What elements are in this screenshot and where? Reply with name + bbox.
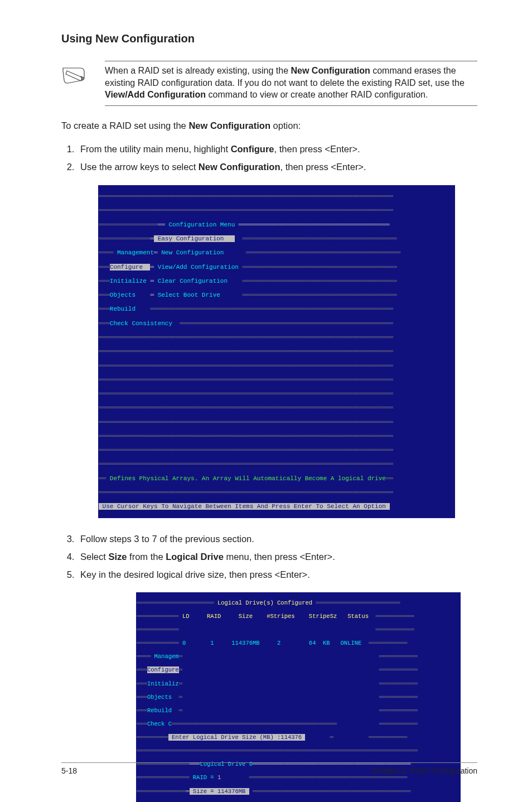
- step-1-b: Configure: [231, 144, 274, 154]
- hdr-size: Size: [239, 613, 253, 620]
- note-text-1: When a RAID set is already existing, usi…: [105, 66, 291, 75]
- step-2-a: Use the arrow keys to select: [80, 162, 199, 172]
- step-4-d: Logical Drive: [166, 552, 224, 562]
- side-objects[interactable]: Objects: [147, 694, 179, 700]
- intro-text: To create a RAID set using the New Confi…: [61, 119, 477, 133]
- note-text: When a RAID set is already existing, usi…: [105, 61, 477, 106]
- section-heading: Using New Configuration: [61, 32, 477, 45]
- note-text-3: command to view or create another RAID c…: [206, 90, 428, 99]
- step-1-c: , then press <Enter>.: [274, 144, 360, 154]
- bios-screenshot-1: ════════════════════════════════════════…: [98, 185, 455, 518]
- step-2: Use the arrow keys to select New Configu…: [77, 160, 477, 174]
- step-1: From the utility main menu, highlight Co…: [77, 142, 477, 156]
- status-defines: Defines Physical Arrays. An Array Will A…: [106, 475, 386, 482]
- intro-b: New Configuration: [188, 120, 270, 131]
- row-ld: 0: [179, 640, 186, 646]
- side-managem: Managem: [151, 653, 178, 660]
- note-bold-viewadd: View/Add Configuration: [105, 90, 206, 99]
- step-4-e: menu, then press <Enter>.: [224, 552, 335, 562]
- step-4: Select Size from the Logical Drive menu,…: [77, 549, 477, 564]
- footer-chapter: Chapter 5: RAID Configuration: [371, 766, 477, 775]
- enter-ld-size[interactable]: Enter Logical Drive Size (MB) :114376: [168, 734, 306, 741]
- step-5: Key in the desired logical drive size, t…: [77, 567, 477, 582]
- opt-raid[interactable]: RAID =: [190, 774, 217, 781]
- row-stripes: 2: [277, 640, 280, 646]
- menu-new-config[interactable]: New Configuration: [158, 249, 224, 256]
- hdr-ld: LD: [179, 613, 190, 620]
- footer-page-number: 5-18: [61, 766, 77, 775]
- step-1-a: From the utility main menu, highlight: [80, 144, 231, 154]
- menu-check-consistency[interactable]: Check Consistency: [110, 320, 172, 327]
- step-2-b: New Configuration: [199, 162, 280, 172]
- side-rebuild[interactable]: Rebuild: [147, 707, 179, 714]
- menu-rebuild[interactable]: Rebuild: [110, 306, 136, 312]
- step-2-c: , then press <Enter>.: [280, 162, 366, 172]
- steps-list-2: Follow steps 3 to 7 of the previous sect…: [64, 532, 477, 582]
- steps-list-1: From the utility main menu, highlight Co…: [64, 142, 477, 175]
- side-check-c[interactable]: Check C: [147, 721, 172, 727]
- step-4-a: Select: [80, 552, 108, 562]
- hdr-raid: RAID: [207, 613, 221, 620]
- menu-configure[interactable]: Configure: [110, 264, 151, 270]
- row-raid: 1: [210, 640, 214, 646]
- row-stripesz: 64 KB: [309, 640, 330, 646]
- cfg-menu-title: Configuration Menu: [165, 221, 239, 228]
- step-3: Follow steps 3 to 7 of the previous sect…: [77, 532, 477, 546]
- step-4-c: from the: [127, 552, 166, 562]
- side-configure[interactable]: Configure: [147, 666, 179, 673]
- opt-size[interactable]: Size =: [190, 788, 217, 795]
- side-initializ[interactable]: Initializ: [147, 680, 179, 687]
- menu-initialize[interactable]: Initialize: [110, 278, 151, 284]
- menu-objects[interactable]: Objects: [110, 292, 151, 298]
- note-pencil-icon: [61, 66, 88, 89]
- note-block: When a RAID set is already existing, usi…: [61, 61, 477, 106]
- page-footer: 5-18 Chapter 5: RAID Configuration: [61, 762, 477, 775]
- hdr-status: Status: [347, 613, 369, 620]
- row-size: 114376MB: [231, 640, 259, 646]
- menu-clear-config[interactable]: Clear Configuration: [154, 278, 228, 284]
- menu-select-boot[interactable]: Select Boot Drive: [154, 292, 220, 298]
- hdr-stripes: #Stripes: [267, 613, 294, 620]
- row-status: ONLINE: [341, 640, 362, 646]
- intro-c: option:: [270, 120, 301, 131]
- ld-configured-title: Logical Drive(s) Configured: [214, 600, 316, 606]
- menu-view-add[interactable]: View/Add Configuration: [154, 264, 242, 270]
- mgmt-label: Management: [113, 249, 154, 256]
- hdr-stripesz: StripeSz: [309, 613, 337, 620]
- note-bold-newconfig: New Configuration: [291, 66, 370, 75]
- step-4-b: Size: [108, 552, 127, 562]
- menu-easy-config[interactable]: Easy Configuration: [154, 235, 235, 242]
- opt-size-val: 114376MB: [217, 788, 249, 795]
- help-footer-1: Use Cursor Keys To Navigate Between Item…: [99, 503, 390, 510]
- intro-a: To create a RAID set using the: [61, 120, 188, 131]
